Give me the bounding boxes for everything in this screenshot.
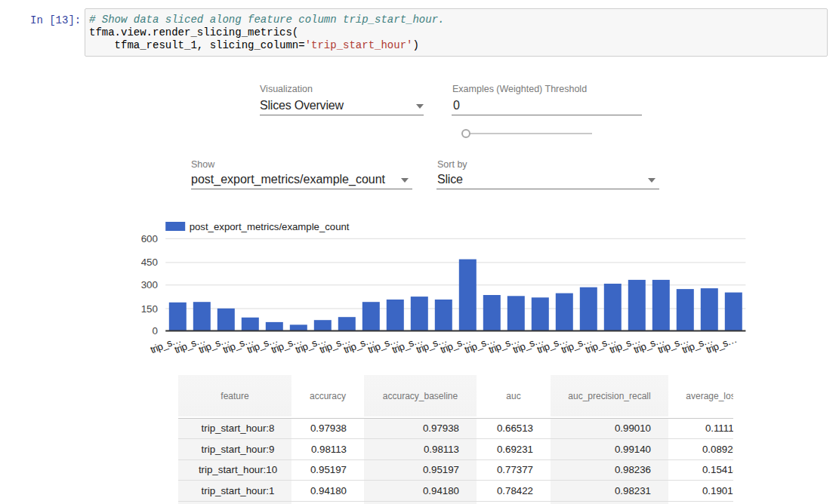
svg-text:450: 450 [141, 257, 158, 268]
svg-text:0: 0 [153, 325, 158, 337]
svg-text:600: 600 [141, 233, 158, 244]
svg-text:post_export_metrics/example_co: post_export_metrics/example_count [190, 221, 350, 232]
svg-text:300: 300 [141, 279, 158, 290]
svg-text:150: 150 [141, 303, 158, 315]
